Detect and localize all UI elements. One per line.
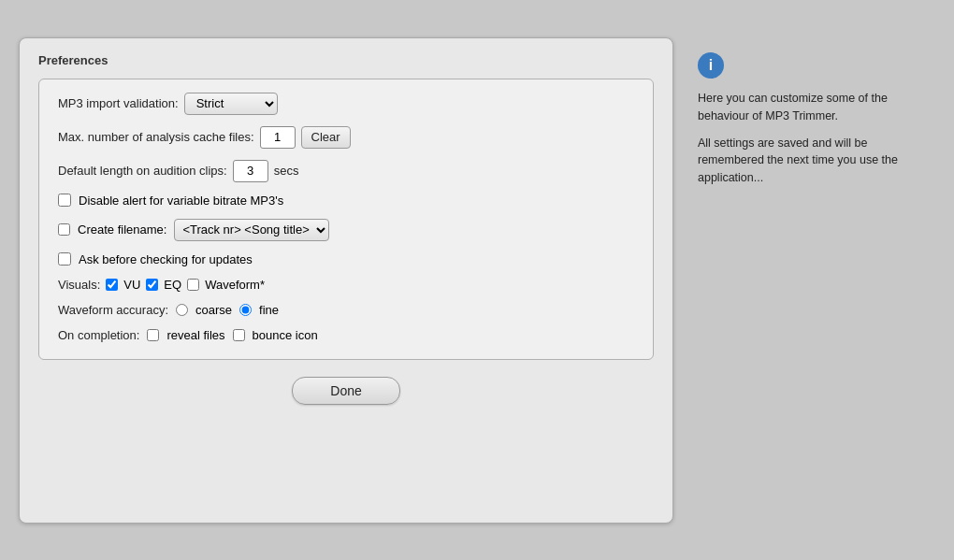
filename-format-select[interactable]: <Track nr> <Song title> <Song title> <Tr… <box>174 219 329 241</box>
waveform-coarse-label: coarse <box>195 303 232 317</box>
visuals-eq-label: EQ <box>164 278 181 292</box>
done-button[interactable]: Done <box>292 377 399 405</box>
info-icon: i <box>698 52 724 79</box>
cache-files-label: Max. number of analysis cache files: <box>58 130 254 144</box>
ask-updates-row: Ask before checking for updates <box>58 252 634 266</box>
completion-bounce-label: bounce icon <box>253 328 318 342</box>
visuals-vu-checkbox[interactable] <box>106 279 118 291</box>
mp3-validation-row: MP3 import validation: Strict Lenient No… <box>58 93 634 115</box>
disable-alert-row: Disable alert for variable bitrate MP3's <box>58 194 634 208</box>
visuals-waveform-label: Waveform* <box>205 278 265 292</box>
completion-reveal-checkbox[interactable] <box>147 329 159 341</box>
visuals-label: Visuals: <box>58 278 100 292</box>
done-button-wrap: Done <box>38 377 654 405</box>
default-length-label: Default length on audition clips: <box>58 164 227 178</box>
clear-button[interactable]: Clear <box>301 126 351 149</box>
inner-box: MP3 import validation: Strict Lenient No… <box>38 79 654 360</box>
panel-title: Preferences <box>38 53 654 67</box>
cache-files-input[interactable] <box>260 126 296 149</box>
create-filename-row: Create filename: <Track nr> <Song title>… <box>58 219 634 241</box>
default-length-input[interactable] <box>233 160 268 182</box>
mp3-validation-label: MP3 import validation: <box>58 96 179 110</box>
waveform-fine-label: fine <box>259 303 279 317</box>
secs-label: secs <box>274 164 299 178</box>
ask-updates-checkbox[interactable] <box>58 252 71 266</box>
disable-alert-label: Disable alert for variable bitrate MP3's <box>79 194 283 208</box>
ask-updates-label: Ask before checking for updates <box>79 252 253 266</box>
visuals-waveform-checkbox[interactable] <box>187 279 199 291</box>
completion-bounce-checkbox[interactable] <box>233 329 245 341</box>
completion-label: On completion: <box>58 328 139 342</box>
default-length-row: Default length on audition clips: secs <box>58 160 634 182</box>
completion-row: On completion: reveal files bounce icon <box>58 328 634 342</box>
visuals-row: Visuals: VU EQ Waveform* <box>58 278 634 292</box>
preferences-panel: Preferences MP3 import validation: Stric… <box>19 37 673 524</box>
waveform-fine-radio[interactable] <box>239 304 252 316</box>
waveform-accuracy-row: Waveform accuracy: coarse fine <box>58 303 634 317</box>
info-panel: i Here you can customize some of the beh… <box>683 37 935 202</box>
completion-reveal-label: reveal files <box>166 328 224 342</box>
waveform-accuracy-label: Waveform accuracy: <box>58 303 168 317</box>
disable-alert-checkbox[interactable] <box>58 194 71 207</box>
info-text-1: Here you can customize some of the behav… <box>698 90 920 125</box>
waveform-coarse-radio[interactable] <box>176 304 188 316</box>
create-filename-label: Create filename: <box>78 223 166 237</box>
cache-files-row: Max. number of analysis cache files: Cle… <box>58 126 634 149</box>
visuals-vu-label: VU <box>123 278 140 292</box>
visuals-eq-checkbox[interactable] <box>146 279 158 291</box>
main-container: Preferences MP3 import validation: Stric… <box>19 19 935 541</box>
create-filename-checkbox[interactable] <box>58 223 70 236</box>
info-text-2: All settings are saved and will be remem… <box>698 135 920 187</box>
info-text: Here you can customize some of the behav… <box>698 90 920 187</box>
mp3-validation-select[interactable]: Strict Lenient None <box>184 93 278 115</box>
